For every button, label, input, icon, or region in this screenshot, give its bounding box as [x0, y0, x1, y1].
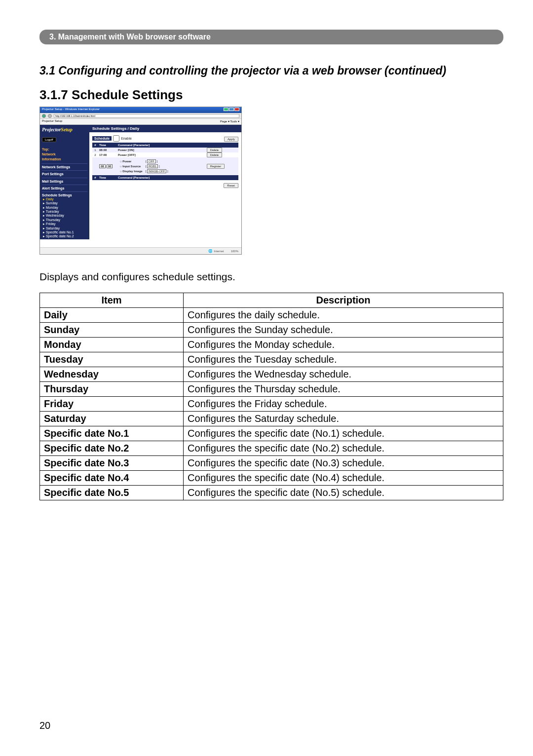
item-cell: Specific date No.3 — [40, 456, 184, 471]
zoom-level[interactable]: 100% — [231, 250, 238, 253]
item-cell: Specific date No.2 — [40, 441, 184, 456]
item-cell: Sunday — [40, 323, 184, 338]
sidebar: ProjectorSetup Logoff Top: Network Infor… — [40, 125, 89, 239]
min-input[interactable]: 00 — [107, 164, 113, 168]
item-cell: Thursday — [40, 382, 184, 397]
desc-cell: Configures the Monday schedule. — [184, 338, 503, 352]
logoff-button[interactable]: Logoff — [42, 137, 56, 142]
table-row: WednesdayConfigures the Wednesday schedu… — [40, 367, 503, 382]
desc-cell: Configures the specific date (No.2) sche… — [184, 441, 503, 456]
page-number: 20 — [39, 720, 50, 731]
enable-label: Enable — [121, 137, 132, 140]
sidebar-sub[interactable]: ▸ Friday — [42, 222, 87, 226]
source-select[interactable]: RGB1 — [147, 164, 158, 168]
table-row: SaturdayConfigures the Saturday schedule… — [40, 412, 503, 426]
sidebar-top-group[interactable]: Top: Network Information — [42, 147, 87, 161]
sidebar-sub[interactable]: ▸ Specific date No.1 — [42, 230, 87, 234]
desc-cell: Configures the Sunday schedule. — [184, 323, 503, 338]
sidebar-sub[interactable]: ▸ Specific date No.2 — [42, 234, 87, 238]
status-bar: Internet 100% — [40, 247, 241, 254]
desc-cell: Configures the Tuesday schedule. — [184, 352, 503, 367]
image-select[interactable]: IMAGE-OFF — [147, 169, 166, 173]
window-title: Projector Setup - Windows Internet Explo… — [42, 108, 100, 113]
toolbar-right[interactable]: Page ▾ Tools ▾ — [220, 119, 239, 124]
delete-button[interactable]: Delete — [207, 148, 222, 152]
sidebar-sub[interactable]: ▸ Monday — [42, 206, 87, 210]
sidebar-item-network[interactable]: Network Settings — [42, 165, 87, 169]
sidebar-item-port[interactable]: Port Settings — [42, 172, 87, 176]
sidebar-sub[interactable]: ▸ Sunday — [42, 201, 87, 205]
sidebar-sub[interactable]: ▸ Specific date No.3 — [42, 239, 87, 243]
reset-button[interactable]: Reset — [224, 183, 238, 188]
schedule-tag: Schedule — [92, 136, 112, 141]
item-cell: Friday — [40, 397, 184, 412]
table-row: Specific date No.2Configures the specifi… — [40, 441, 503, 456]
item-cell: Specific date No.1 — [40, 426, 184, 441]
desc-cell: Configures the specific date (No.4) sche… — [184, 471, 503, 486]
chapter-bar: 3. Management with Web browser software — [39, 30, 503, 44]
sidebar-item-alert[interactable]: Alert Settings — [42, 186, 87, 190]
desc-cell: Configures the Wednesday schedule. — [184, 367, 503, 382]
col-item: Item — [40, 293, 184, 308]
table-row: 108:00Power [ON]Delete — [92, 148, 238, 152]
tab-label[interactable]: Projector Setup — [42, 119, 62, 124]
schedule-table: #TimeCommand [Parameter] 108:00Power [ON… — [92, 143, 238, 180]
window-buttons — [223, 108, 239, 113]
form-row: 08:00 ○ Power[ OFF ] ○ Input Source[ RGB… — [92, 157, 238, 175]
item-cell: Specific date No.5 — [40, 486, 184, 500]
sidebar-brand: ProjectorSetup — [42, 127, 87, 132]
desc-cell: Configures the Thursday schedule. — [184, 382, 503, 397]
delete-button[interactable]: Delete — [207, 152, 222, 157]
table-row: ThursdayConfigures the Thursday schedule… — [40, 382, 503, 397]
table-row: FridayConfigures the Friday schedule. — [40, 397, 503, 412]
table-row: 217:00Power [OFF]Delete — [92, 152, 238, 157]
main-panel: Schedule Settings / Daily Schedule Enabl… — [89, 125, 241, 239]
item-cell: Wednesday — [40, 367, 184, 382]
desc-cell: Configures the daily schedule. — [184, 308, 503, 323]
sidebar-sub[interactable]: ▸ Thursday — [42, 218, 87, 222]
screenshot-browser-window: Projector Setup - Windows Internet Explo… — [39, 107, 242, 255]
subsection-title: 3.1.7 Schedule Settings — [39, 87, 503, 103]
sidebar-sub[interactable]: ▸ Specific date No.4 — [42, 243, 87, 247]
item-cell: Specific date No.4 — [40, 471, 184, 486]
desc-cell: Configures the specific date (No.3) sche… — [184, 456, 503, 471]
sidebar-item-mail[interactable]: Mail Settings — [42, 179, 87, 184]
apply-button[interactable]: Apply — [224, 137, 238, 142]
table-row: TuesdayConfigures the Tuesday schedule. — [40, 352, 503, 367]
sidebar-sub[interactable]: ▸ Saturday — [42, 227, 87, 230]
table-row: Specific date No.4Configures the specifi… — [40, 471, 503, 486]
item-cell: Saturday — [40, 412, 184, 426]
panel-header: Schedule Settings / Daily — [89, 125, 241, 132]
desc-cell: Configures the specific date (No.1) sche… — [184, 426, 503, 441]
enable-checkbox[interactable] — [113, 135, 119, 142]
table-row: DailyConfigures the daily schedule. — [40, 308, 503, 323]
power-select[interactable]: OFF — [147, 159, 156, 163]
item-cell: Tuesday — [40, 352, 184, 367]
back-icon[interactable] — [42, 114, 46, 118]
sidebar-sub[interactable]: ▸ Wednesday — [42, 214, 87, 218]
body-text: Displays and configures schedule setting… — [39, 269, 503, 284]
col-desc: Description — [184, 293, 503, 308]
hour-input[interactable]: 08 — [99, 164, 106, 168]
forward-icon[interactable] — [48, 114, 52, 118]
sidebar-sub[interactable]: ▸ Tuesday — [42, 210, 87, 214]
desc-cell: Configures the Friday schedule. — [184, 397, 503, 412]
internet-zone: Internet — [208, 249, 224, 253]
desc-cell: Configures the Saturday schedule. — [184, 412, 503, 426]
table-row: Specific date No.5Configures the specifi… — [40, 486, 503, 500]
table-row: SundayConfigures the Sunday schedule. — [40, 323, 503, 338]
sidebar-sub-daily[interactable]: ▸ Daily — [42, 197, 87, 201]
sidebar-item-schedule[interactable]: Schedule Settings — [42, 193, 87, 197]
items-table: Item Description DailyConfigures the dai… — [39, 293, 503, 500]
table-row: Specific date No.1Configures the specifi… — [40, 426, 503, 441]
desc-cell: Configures the specific date (No.5) sche… — [184, 486, 503, 500]
item-cell: Daily — [40, 308, 184, 323]
table-row: Specific date No.3Configures the specifi… — [40, 456, 503, 471]
table-row: MondayConfigures the Monday schedule. — [40, 338, 503, 352]
address-bar[interactable]: http://192.168.1.10/admin/index.html — [54, 114, 239, 118]
section-title: 3.1 Configuring and controlling the proj… — [39, 64, 503, 77]
item-cell: Monday — [40, 338, 184, 352]
register-button[interactable]: Register — [207, 164, 225, 169]
